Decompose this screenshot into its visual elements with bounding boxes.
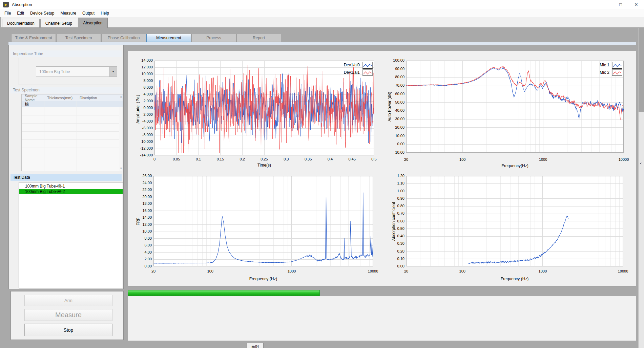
app-icon: ▶ bbox=[3, 2, 9, 7]
subtab-test-specimen[interactable]: Test Specimen bbox=[56, 34, 101, 42]
subtab-report[interactable]: Report bbox=[236, 34, 281, 42]
y-tick-label: -14.000 bbox=[132, 153, 153, 157]
collapse-pane-icon[interactable]: < bbox=[640, 162, 642, 165]
sidebar-panel: Impendace Tube 100mm Big Tube ▼ Test Spe… bbox=[8, 45, 124, 289]
chart-time-canvas bbox=[154, 61, 374, 155]
chevron-down-icon[interactable]: ▼ bbox=[109, 67, 117, 77]
sub-tab-bar: Tube & Environment Test Specimen Phase C… bbox=[11, 34, 282, 42]
impedance-tube-header: Impendace Tube bbox=[11, 50, 122, 57]
y-tick-label: 22.00 bbox=[131, 188, 152, 192]
y-tick-label: 12.00 bbox=[131, 222, 152, 226]
window-title: Absorption bbox=[12, 2, 32, 7]
x-tick-label: 0.3 bbox=[274, 157, 298, 161]
col-sample-name: Sample Name bbox=[22, 94, 44, 101]
menu-bar: File Edit Device Setup Measure Output He… bbox=[0, 9, 644, 17]
chart-absorption-canvas bbox=[406, 176, 623, 266]
tube-select-dropdown[interactable]: 100mm Big Tube ▼ bbox=[36, 66, 117, 77]
chart-frf-canvas bbox=[153, 176, 373, 266]
y-axis-label-frf: FRF bbox=[136, 184, 141, 259]
menu-help[interactable]: Help bbox=[98, 11, 112, 16]
y-tick-label: 24.00 bbox=[131, 181, 152, 185]
x-tick-label: 100 bbox=[451, 269, 474, 273]
x-tick-label: 1000 bbox=[280, 269, 304, 273]
window-controls: – □ ✕ bbox=[597, 0, 644, 9]
x-tick-label: 0.05 bbox=[165, 157, 188, 161]
tab-documentation[interactable]: Documentation bbox=[2, 19, 40, 27]
col-discription: Discription bbox=[77, 94, 123, 101]
measurement-controls-panel: Arm Measure Stop bbox=[11, 291, 124, 340]
list-item[interactable]: 100mm Big Tube-棉-1 bbox=[19, 183, 123, 189]
x-axis-label-time: Time(s) bbox=[154, 163, 374, 168]
arm-button[interactable]: Arm bbox=[24, 295, 112, 306]
menu-device-setup[interactable]: Device Setup bbox=[27, 11, 57, 16]
x-tick-label: 1000 bbox=[531, 157, 555, 161]
test-specimen-table[interactable]: Sample Name Thickness(mm) Discription 棉 … bbox=[21, 94, 123, 171]
menu-output[interactable]: Output bbox=[79, 11, 98, 16]
measure-button[interactable]: Measure bbox=[24, 309, 112, 321]
legend-label[interactable]: Mic 2 bbox=[572, 70, 609, 75]
scroll-up-icon[interactable]: ∧ bbox=[120, 95, 122, 98]
tab-absorption[interactable]: Absorption bbox=[78, 18, 107, 28]
absorption-page: Tube & Environment Test Specimen Phase C… bbox=[0, 28, 644, 348]
y-tick-label: 0.00 bbox=[384, 264, 404, 268]
stop-button[interactable]: Stop bbox=[24, 324, 112, 336]
subtab-process[interactable]: Process bbox=[191, 34, 236, 42]
y-tick-label: 26.00 bbox=[131, 174, 152, 178]
y-tick-label: 20.00 bbox=[131, 195, 152, 199]
test-data-list[interactable]: 100mm Big Tube-棉-1 100mm Big Tube-棉-2 bbox=[19, 182, 123, 288]
y-tick-label: 2.00 bbox=[131, 257, 152, 261]
maximize-icon[interactable]: □ bbox=[613, 0, 628, 9]
y-tick-label: 12.000 bbox=[132, 65, 153, 69]
x-axis-label-frf: Frequency (Hz) bbox=[153, 277, 373, 281]
cell-thickness bbox=[44, 101, 77, 107]
x-tick-label: 0.1 bbox=[187, 157, 210, 161]
menu-file[interactable]: File bbox=[1, 11, 14, 16]
y-axis-label-time: Amplitude（Pa） bbox=[135, 71, 140, 145]
x-tick-label: 0.4 bbox=[318, 157, 342, 161]
tab-channel-setup[interactable]: Channel Setup bbox=[40, 19, 77, 27]
test-specimen-header: Test Specimen bbox=[11, 87, 122, 93]
legend-plot-icon[interactable] bbox=[362, 69, 373, 76]
legend-plot-icon[interactable] bbox=[612, 62, 622, 69]
scroll-down-icon[interactable]: ∨ bbox=[120, 167, 122, 170]
subtab-highlight-strip bbox=[8, 42, 636, 45]
y-tick-label: 100.00 bbox=[384, 58, 404, 62]
list-item-selected[interactable]: 100mm Big Tube-棉-2 bbox=[19, 189, 123, 194]
legend-plot-icon[interactable] bbox=[612, 69, 622, 76]
x-tick-label: 20 bbox=[142, 269, 165, 273]
subtab-tube-environment[interactable]: Tube & Environment bbox=[11, 34, 56, 42]
test-data-header: Test Data bbox=[11, 174, 122, 181]
x-tick-label: 0.15 bbox=[208, 157, 232, 161]
subtab-measurement[interactable]: Measurement bbox=[146, 34, 191, 42]
vertical-scrollbar-thumb[interactable] bbox=[639, 28, 644, 112]
y-tick-label: 0.00 bbox=[131, 264, 152, 268]
x-tick-label: 0 bbox=[143, 157, 166, 161]
cell-sample-name: 棉 bbox=[22, 101, 44, 107]
legend-plot-icon[interactable] bbox=[362, 62, 373, 69]
legend-label[interactable]: Mic 1 bbox=[572, 63, 609, 67]
progress-bar-fill bbox=[128, 290, 320, 296]
y-axis-label-absorption: Absorption coefficient bbox=[391, 184, 396, 259]
y-tick-label: 16.00 bbox=[131, 209, 152, 213]
y-tick-label: 14.00 bbox=[131, 215, 152, 219]
minimize-icon[interactable]: – bbox=[597, 0, 613, 9]
y-tick-label: 8.00 bbox=[131, 236, 152, 240]
y-tick-label: 10.00 bbox=[131, 229, 152, 233]
bottom-status-panel bbox=[128, 296, 636, 341]
chart-panel: 104.35dB 106.47dB -14.000-12.000-10.000-… bbox=[128, 51, 636, 286]
bottom-tab-draw[interactable]: 画图 bbox=[247, 343, 264, 348]
title-bar: ▶ Absorption – □ ✕ bbox=[0, 0, 644, 9]
menu-measure[interactable]: Measure bbox=[57, 11, 79, 16]
close-icon[interactable]: ✕ bbox=[628, 0, 644, 9]
table-row[interactable]: 棉 bbox=[22, 101, 123, 107]
table-empty-rows bbox=[22, 107, 119, 171]
x-axis-label-autopower: Frequency(Hz) bbox=[406, 164, 624, 168]
legend-label[interactable]: Dev1/ai1 bbox=[323, 70, 360, 75]
col-thickness: Thickness(mm) bbox=[44, 94, 77, 101]
x-tick-label: 10000 bbox=[611, 269, 635, 273]
menu-edit[interactable]: Edit bbox=[14, 11, 27, 16]
main-tab-bar: Documentation Channel Setup Absorption bbox=[1, 17, 644, 28]
legend-label[interactable]: Dev1/ai0 bbox=[323, 63, 360, 67]
table-column-divider bbox=[77, 101, 77, 171]
subtab-phase-calibration[interactable]: Phase Calibration bbox=[101, 34, 146, 42]
